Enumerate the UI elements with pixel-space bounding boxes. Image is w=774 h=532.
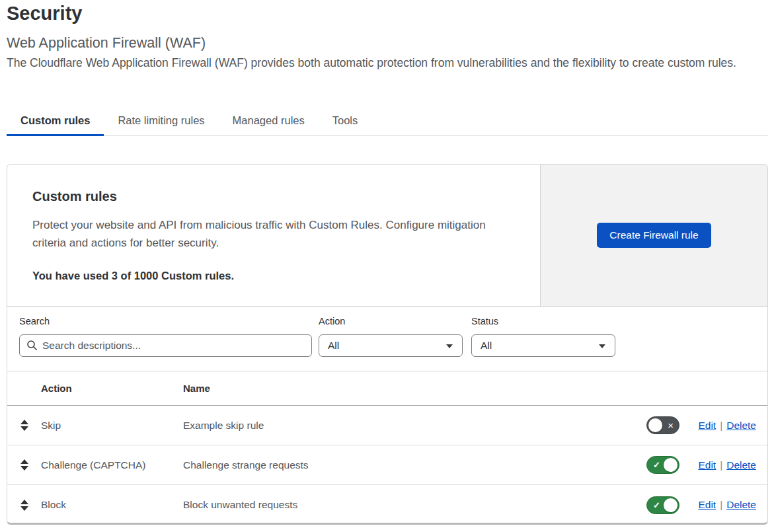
rule-enabled-toggle[interactable]: ✓	[646, 496, 679, 514]
table-header-row: Action Name	[7, 371, 767, 406]
rule-enabled-toggle[interactable]: ✓	[646, 456, 679, 474]
rule-action: Skip	[41, 420, 183, 432]
tab-label: Tools	[332, 114, 358, 126]
row-actions: Edit|Delete	[695, 459, 756, 471]
drag-handle-icon[interactable]	[20, 459, 28, 471]
status-filter-label: Status	[471, 316, 615, 326]
toggle-knob	[648, 418, 662, 432]
tab-custom-rules[interactable]: Custom rules	[7, 106, 104, 135]
row-actions: Edit|Delete	[695, 420, 756, 432]
column-header-action: Action	[41, 383, 183, 394]
action-filter-group: Action All	[319, 316, 463, 371]
hero-body-text: Protect your website and API from malici…	[32, 216, 514, 252]
action-filter-select[interactable]: All	[319, 334, 463, 357]
link-separator: |	[720, 420, 722, 431]
rule-action: Challenge (CAPTCHA)	[41, 459, 183, 471]
rule-name: Challenge strange requests	[183, 459, 646, 471]
drag-handle-icon[interactable]	[20, 420, 28, 431]
table-row: Skip Example skip rule × Edit|Delete	[7, 406, 767, 445]
rules-table: Action Name Skip Example skip rule × Edi…	[7, 371, 767, 525]
security-page: Security Web Application Firewall (WAF) …	[0, 0, 774, 532]
tab-rate-limiting-rules[interactable]: Rate limiting rules	[104, 106, 218, 135]
toggle-knob	[664, 498, 677, 512]
row-actions: Edit|Delete	[695, 499, 756, 511]
hero-action-panel: Create Firewall rule	[540, 165, 767, 306]
rule-action: Block	[41, 499, 183, 511]
action-filter-value: All	[328, 340, 339, 351]
tab-managed-rules[interactable]: Managed rules	[219, 106, 319, 135]
rule-name: Example skip rule	[183, 420, 646, 432]
link-separator: |	[720, 499, 722, 510]
tab-label: Custom rules	[20, 114, 90, 126]
toggle-knob	[664, 458, 677, 472]
search-input[interactable]	[19, 334, 312, 357]
action-filter-label: Action	[319, 316, 463, 326]
rule-enabled-toggle[interactable]: ×	[646, 416, 679, 434]
search-label: Search	[19, 316, 312, 326]
toggle-state-icon: ✓	[653, 497, 660, 515]
status-filter-select[interactable]: All	[471, 334, 615, 357]
dropdown-arrow-icon	[446, 344, 453, 348]
edit-link[interactable]: Edit	[698, 499, 716, 510]
table-row: Challenge (CAPTCHA) Challenge strange re…	[7, 445, 767, 485]
drag-handle-icon[interactable]	[20, 500, 28, 511]
usage-summary: You have used 3 of 1000 Custom rules.	[32, 270, 514, 282]
page-description: The Cloudflare Web Application Firewall …	[7, 54, 742, 73]
filter-bar: Search Action All Status	[7, 306, 767, 371]
waf-tabs: Custom rules Rate limiting rules Managed…	[7, 106, 768, 135]
link-separator: |	[720, 459, 722, 471]
toggle-state-icon: ✓	[653, 457, 660, 475]
delete-link[interactable]: Delete	[726, 459, 756, 471]
search-icon	[26, 340, 38, 351]
tab-label: Rate limiting rules	[118, 114, 204, 126]
create-firewall-rule-button[interactable]: Create Firewall rule	[597, 223, 711, 248]
rule-name: Block unwanted requests	[183, 499, 646, 511]
edit-link[interactable]: Edit	[698, 459, 716, 471]
hero-text-column: Custom rules Protect your website and AP…	[7, 165, 540, 306]
custom-rules-card: Custom rules Protect your website and AP…	[7, 164, 768, 525]
status-filter-group: Status All	[471, 316, 615, 371]
tab-tools[interactable]: Tools	[319, 106, 372, 135]
column-header-name: Name	[183, 383, 767, 394]
table-row: Block Block unwanted requests ✓ Edit|Del…	[7, 485, 767, 525]
tab-label: Managed rules	[233, 114, 305, 126]
delete-link[interactable]: Delete	[726, 420, 756, 431]
search-filter-group: Search	[19, 316, 312, 371]
custom-rules-hero: Custom rules Protect your website and AP…	[7, 165, 767, 306]
toggle-state-icon: ×	[668, 417, 674, 435]
hero-heading: Custom rules	[32, 189, 514, 204]
delete-link[interactable]: Delete	[726, 499, 756, 510]
search-input-wrap	[19, 334, 312, 357]
edit-link[interactable]: Edit	[698, 420, 716, 431]
page-subtitle: Web Application Firewall (WAF)	[7, 35, 206, 52]
dropdown-arrow-icon	[599, 344, 605, 348]
page-title: Security	[7, 3, 82, 24]
status-filter-value: All	[481, 340, 492, 351]
